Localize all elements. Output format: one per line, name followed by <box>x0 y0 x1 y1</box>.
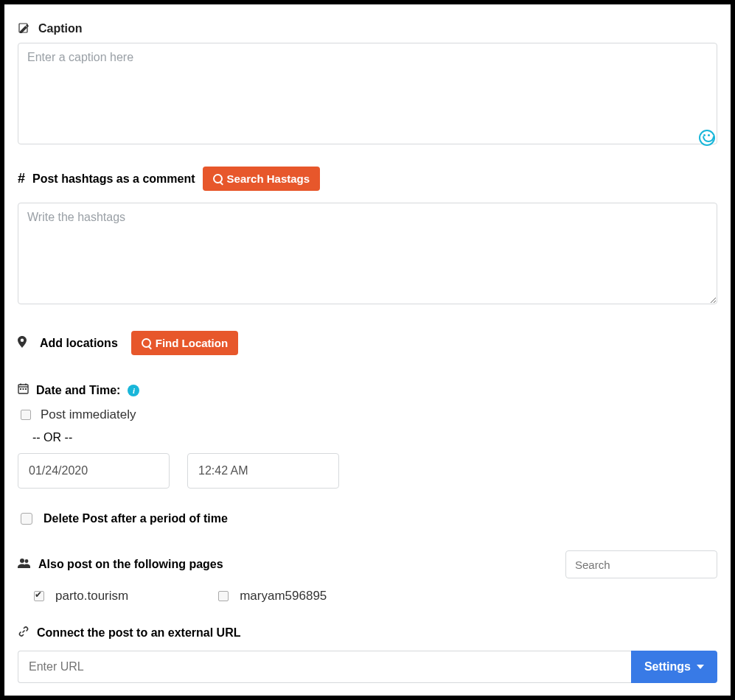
page-name: maryam596895 <box>240 589 327 603</box>
search-icon <box>213 174 223 183</box>
find-location-button[interactable]: Find Location <box>131 331 238 355</box>
also-post-label: Also post on the following pages <box>38 558 223 571</box>
post-composer-form: Caption # Post hashtags as a comment Sea… <box>0 0 735 700</box>
hashtag-icon: # <box>18 171 25 186</box>
svg-rect-5 <box>20 388 21 390</box>
page-checkbox-parto-tourism[interactable] <box>34 591 44 601</box>
page-option[interactable]: maryam596895 <box>215 589 327 603</box>
time-input[interactable] <box>187 453 339 489</box>
svg-rect-6 <box>23 388 24 390</box>
info-icon[interactable]: i <box>128 385 139 396</box>
users-icon <box>18 558 31 571</box>
caption-header: Caption <box>18 22 717 35</box>
caption-input[interactable] <box>18 43 717 144</box>
date-input[interactable] <box>18 453 170 489</box>
page-name: parto.tourism <box>55 589 128 603</box>
link-icon <box>18 626 29 640</box>
hashtags-input[interactable] <box>18 203 717 304</box>
datetime-label: Date and Time: <box>36 384 120 397</box>
url-settings-button[interactable]: Settings <box>631 651 717 683</box>
delete-after-checkbox[interactable] <box>21 513 32 525</box>
chevron-down-icon <box>697 665 704 669</box>
svg-point-8 <box>20 559 24 563</box>
post-immediately-row[interactable]: Post immediately <box>18 407 717 422</box>
external-url-input[interactable] <box>18 651 631 683</box>
page-option[interactable]: parto.tourism <box>31 589 128 603</box>
hashtags-label: Post hashtags as a comment <box>32 172 195 186</box>
or-divider: -- OR -- <box>32 431 717 444</box>
svg-point-9 <box>25 559 29 563</box>
caption-label: Caption <box>38 22 83 35</box>
search-hashtags-button[interactable]: Search Hastags <box>203 167 321 191</box>
svg-rect-7 <box>25 388 27 390</box>
post-immediately-checkbox[interactable] <box>21 410 31 420</box>
locations-label: Add locations <box>40 337 118 350</box>
external-url-label: Connect the post to an external URL <box>37 626 240 640</box>
search-icon <box>142 338 151 348</box>
page-checkbox-maryam596895[interactable] <box>218 591 229 601</box>
emoji-picker-button[interactable] <box>699 130 715 146</box>
post-immediately-label: Post immediately <box>41 407 136 422</box>
calendar-icon <box>18 383 29 397</box>
location-pin-icon <box>18 336 27 351</box>
delete-after-row[interactable]: Delete Post after a period of time <box>18 511 717 527</box>
search-pages-input[interactable] <box>565 550 717 578</box>
delete-after-label: Delete Post after a period of time <box>43 512 228 525</box>
edit-icon <box>18 23 31 35</box>
